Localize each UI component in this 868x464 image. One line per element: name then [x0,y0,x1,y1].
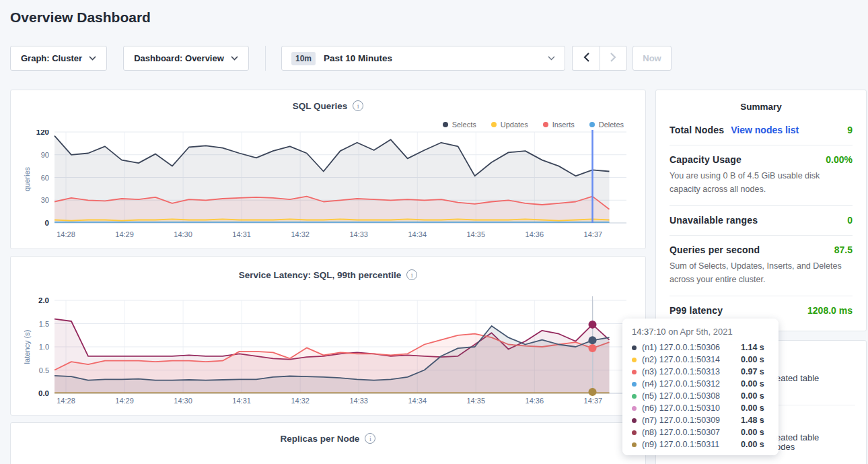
dashboard-dropdown-label: Dashboard: Overview [134,53,224,63]
legend-item-updates[interactable]: Updates [491,121,528,129]
svg-text:14:34: 14:34 [408,230,427,238]
svg-text:14:34: 14:34 [408,397,427,405]
node-address: (n7) 127.0.0.1:50309 [642,416,735,425]
node-color-dot [632,418,637,423]
node-color-dot [632,382,637,387]
summary-label: Total Nodes [670,125,724,135]
node-latency-value: 0.00 s [741,403,764,413]
summary-value: 87.5 [834,244,853,255]
graph-dropdown-label: Graph: Cluster [21,53,82,63]
tooltip-row: (n6) 127.0.0.1:503100.00 s [632,402,769,414]
svg-text:14:32: 14:32 [291,230,310,238]
chart-title: SQL Queries [293,101,348,111]
node-color-dot [632,358,637,362]
node-latency-value: 0.97 s [741,367,764,376]
time-nav-group [572,46,627,71]
svg-text:14:37: 14:37 [584,397,603,405]
summary-desc: You are using 0 B of 4.5 GiB usable disk… [670,169,853,196]
chart-title: Service Latency: SQL, 99th percentile [239,270,402,280]
tooltip-row: (n1) 127.0.0.1:503061.14 s [632,341,769,354]
summary-panel: Summary Total NodesView nodes list9Capac… [655,90,867,331]
time-prev-button[interactable] [572,46,600,71]
service-latency-chart[interactable]: 14:2814:2914:3014:3114:3214:3314:3414:35… [11,290,645,406]
svg-text:30: 30 [41,196,49,204]
legend-item-inserts[interactable]: Inserts [543,121,575,129]
legend-label: Deletes [599,121,624,129]
legend-label: Selects [452,121,476,129]
dashboard-dropdown[interactable]: Dashboard: Overview [123,46,249,71]
node-address: (n5) 127.0.0.1:50308 [642,391,735,401]
summary-desc: Sum of Selects, Updates, Inserts, and De… [670,259,853,286]
time-range-badge: 10m [291,52,316,65]
svg-text:14:37: 14:37 [584,230,603,238]
summary-row: Capacity Usage0.00%You are using 0 B of … [670,145,853,206]
tooltip-row: (n5) 127.0.0.1:503080.00 s [632,390,769,402]
info-icon[interactable]: i [406,269,417,280]
service-latency-card: Service Latency: SQL, 99th percentile i … [10,256,646,416]
legend-dot [543,122,548,127]
chevron-down-icon [548,56,555,61]
node-address: (n1) 127.0.0.1:50306 [642,343,735,352]
info-icon[interactable]: i [365,433,375,444]
node-latency-value: 0.00 s [741,379,764,389]
svg-text:14:32: 14:32 [291,397,310,405]
node-latency-value: 0.00 s [741,440,764,449]
summary-title: Summary [670,90,853,116]
node-latency-value: 1.14 s [741,343,764,352]
overview-dashboard-page: Overview Dashboard Graph: Cluster Dashbo… [0,0,868,464]
legend-item-selects[interactable]: Selects [443,121,476,129]
node-color-dot [632,442,637,447]
node-color-dot [632,430,637,435]
summary-label: Capacity Usage [670,154,742,165]
event-text-fragment: eated table [776,432,819,442]
summary-value: 0.00% [826,154,853,165]
svg-text:120: 120 [36,130,49,136]
legend-dot [491,122,497,127]
time-range-label: Past 10 Minutes [324,53,540,63]
legend-dot [443,122,448,127]
svg-text:14:35: 14:35 [467,397,486,405]
tooltip-row: (n9) 127.0.0.1:503110.00 s [632,438,769,451]
page-title: Overview Dashboard [10,9,151,26]
svg-text:14:29: 14:29 [115,230,134,238]
svg-text:14:33: 14:33 [349,397,368,405]
chevron-right-icon [610,53,616,64]
summary-row: Total NodesView nodes list9 [670,116,853,145]
chart-title: Replicas per Node [281,434,360,444]
event-text-fragment: eated table [776,373,819,383]
chart-tooltip: 14:37:10 on Apr 5th, 2021 (n1) 127.0.0.1… [622,319,779,455]
node-color-dot [632,406,637,411]
svg-text:14:36: 14:36 [526,397,544,405]
legend-dot [589,122,595,127]
event-text-fragment: odes [776,442,795,452]
svg-text:14:30: 14:30 [174,230,192,238]
view-nodes-list-link[interactable]: View nodes list [731,125,799,135]
replicas-per-node-card: Replicas per Node i [10,422,646,464]
svg-text:14:31: 14:31 [232,230,251,238]
now-button[interactable]: Now [632,46,672,71]
svg-text:14:36: 14:36 [526,230,544,238]
info-icon[interactable]: i [353,100,363,111]
node-latency-value: 0.00 s [741,428,764,437]
tooltip-row: (n4) 127.0.0.1:503120.00 s [632,378,769,390]
time-range-dropdown[interactable]: 10m Past 10 Minutes [281,46,565,71]
svg-text:14:30: 14:30 [174,397,192,405]
svg-text:14:33: 14:33 [349,230,368,238]
node-latency-value: 0.00 s [741,391,764,401]
summary-row: Unavailable ranges0 [670,206,853,236]
svg-text:14:29: 14:29 [115,397,134,405]
sql-queries-chart[interactable]: 14:2814:2914:3014:3114:3214:3314:3414:35… [11,130,645,240]
chart-legend: SelectsUpdatesInsertsDeletes [443,121,624,129]
tooltip-row: (n7) 127.0.0.1:503091.48 s [632,414,769,426]
time-next-button[interactable] [600,46,627,71]
tooltip-row: (n2) 127.0.0.1:503140.00 s [632,354,769,366]
node-address: (n8) 127.0.0.1:50307 [642,428,735,437]
chevron-left-icon [583,53,589,64]
node-address: (n4) 127.0.0.1:50312 [642,379,735,389]
svg-text:14:31: 14:31 [232,397,251,405]
node-latency-value: 0.00 s [741,355,764,364]
svg-text:0.0: 0.0 [38,389,49,397]
graph-dropdown[interactable]: Graph: Cluster [10,46,107,71]
node-address: (n9) 127.0.0.1:50311 [642,440,735,449]
legend-item-deletes[interactable]: Deletes [589,121,624,129]
